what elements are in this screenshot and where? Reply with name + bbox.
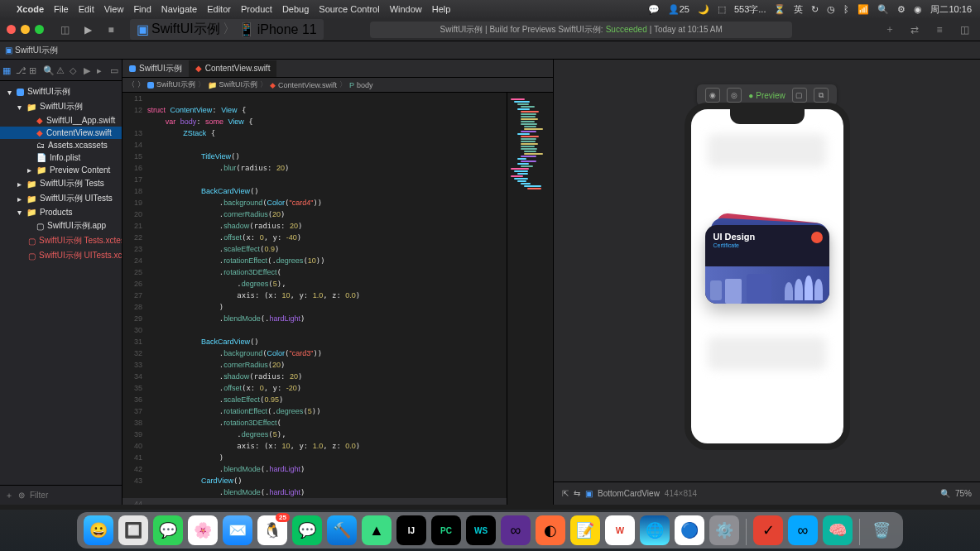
preview-content[interactable]: UI Design Certificate: [691, 109, 843, 443]
trash-icon[interactable]: 🗑️: [867, 515, 896, 545]
source-control-navigator-icon[interactable]: ⎇: [16, 65, 25, 74]
tree-folder-products[interactable]: ▾📁Products: [0, 206, 122, 218]
finder-icon[interactable]: 😀: [84, 515, 113, 545]
nav-forward-icon[interactable]: 〉: [137, 79, 145, 90]
tree-file-app[interactable]: ◆SwiftUI__App.swift: [0, 114, 122, 127]
activity-viewer[interactable]: SwiftUI示例 | Build for Previews SwiftUI示例…: [370, 22, 792, 38]
project-tab[interactable]: SwiftUI示例: [15, 45, 58, 56]
run-button[interactable]: ▶: [79, 22, 97, 37]
menu-debug[interactable]: Debug: [282, 4, 309, 14]
visual-studio-icon[interactable]: ∞: [501, 515, 531, 545]
messages-icon[interactable]: 💬: [153, 515, 183, 545]
notification-badge[interactable]: 👤25: [668, 4, 689, 15]
library-button[interactable]: ＋: [881, 22, 899, 37]
live-preview-button[interactable]: ◉: [705, 88, 720, 103]
xcode-icon[interactable]: 🔨: [327, 515, 357, 545]
wechat-app-icon[interactable]: 💬: [292, 515, 322, 545]
symbol-navigator-icon[interactable]: ⊞: [29, 65, 38, 74]
duplicate-preview-button[interactable]: ⧉: [814, 88, 829, 103]
edge-icon[interactable]: 🌐: [640, 515, 670, 545]
tree-product-tests[interactable]: ▢SwiftUI示例 Tests.xctest: [0, 233, 122, 248]
code-content[interactable]: struct ContentView: View { var body: som…: [147, 93, 507, 505]
selectable-preview-button[interactable]: ◎: [727, 88, 742, 103]
baidu-icon[interactable]: ∞: [788, 515, 818, 545]
sync-icon[interactable]: ↻: [811, 4, 819, 15]
wifi-icon[interactable]: 📶: [858, 4, 869, 15]
minimap[interactable]: [507, 93, 553, 505]
control-center-icon[interactable]: ⚙: [897, 4, 906, 15]
menu-help[interactable]: Help: [432, 4, 451, 14]
tree-folder-tests[interactable]: ▸📁SwiftUI示例 Tests: [0, 176, 122, 191]
screen-mirror-icon[interactable]: ⬚: [718, 4, 726, 15]
report-navigator-icon[interactable]: ▭: [110, 65, 119, 74]
zoom-icon[interactable]: 🔍: [940, 489, 950, 498]
input-method[interactable]: 英: [794, 3, 803, 16]
code-review-button[interactable]: ⇄: [906, 22, 924, 37]
tree-folder-uitests[interactable]: ▸📁SwiftUI示例 UITests: [0, 191, 122, 206]
test-navigator-icon[interactable]: ◇: [70, 65, 79, 74]
network-speed[interactable]: 553字...: [734, 3, 766, 16]
source-editor[interactable]: 11 12 13 14 15 16 17 18 19 20 21 22 23 2…: [122, 93, 553, 505]
stop-button[interactable]: ■: [102, 22, 120, 37]
chrome-icon[interactable]: 🔵: [675, 515, 704, 545]
issue-navigator-icon[interactable]: ⚠: [56, 65, 65, 74]
do-not-disturb-icon[interactable]: 🌙: [698, 4, 709, 15]
project-navigator-icon[interactable]: ▦: [2, 65, 12, 74]
tree-product-uitests[interactable]: ▢SwiftUI示例 UITests.xc...: [0, 248, 122, 263]
android-studio-icon[interactable]: ▲: [362, 515, 392, 545]
menu-navigate[interactable]: Navigate: [161, 4, 197, 14]
bluetooth-icon[interactable]: ᛒ: [843, 4, 849, 14]
tree-file-content[interactable]: ◆ContentView.swift: [0, 127, 122, 139]
qq-icon[interactable]: 🐧25: [257, 515, 287, 545]
mail-icon[interactable]: ✉️: [223, 515, 252, 545]
jump-bar[interactable]: 〈 〉 SwiftUI示例〉 📁SwiftUI示例〉 ◆ContentView.…: [122, 78, 553, 93]
adjust-preview-icon[interactable]: ⇆: [574, 489, 580, 498]
editor-options[interactable]: ≡: [930, 22, 949, 37]
brain-app-icon[interactable]: 🧠: [823, 515, 853, 545]
spotlight-icon[interactable]: 🔍: [877, 4, 889, 15]
breakpoint-navigator-icon[interactable]: ▸: [97, 65, 106, 74]
menu-editor[interactable]: Editor: [207, 4, 231, 14]
close-window[interactable]: [7, 25, 16, 34]
postman-icon[interactable]: ◐: [536, 515, 565, 545]
editor-tab-project[interactable]: SwiftUI示例: [122, 60, 189, 77]
todoist-icon[interactable]: ✓: [753, 515, 783, 545]
nav-back-icon[interactable]: 〈: [127, 79, 135, 90]
tree-folder[interactable]: ▾📁SwiftUI示例: [0, 99, 122, 114]
clock-icon[interactable]: ◷: [827, 4, 835, 15]
settings-icon[interactable]: ⚙️: [709, 515, 739, 545]
menu-product[interactable]: Product: [241, 4, 272, 14]
menu-find[interactable]: Find: [133, 4, 151, 14]
intellij-icon[interactable]: IJ: [396, 515, 426, 545]
fullscreen-window[interactable]: [35, 25, 44, 34]
wps-icon[interactable]: W: [605, 515, 635, 545]
toggle-navigator[interactable]: ◫: [55, 22, 74, 37]
menu-view[interactable]: View: [104, 4, 124, 14]
zoom-level[interactable]: 75%: [955, 489, 972, 498]
wechat-icon[interactable]: 💬: [648, 4, 660, 15]
tree-root[interactable]: ▾SwiftUI示例: [0, 84, 122, 99]
debug-navigator-icon[interactable]: ▶: [84, 65, 93, 74]
clock-date[interactable]: 周二 10:16: [930, 3, 972, 16]
scheme-selector[interactable]: ▣ SwiftUI示例 〉 📱 iPhone 11: [130, 19, 324, 40]
pycharm-icon[interactable]: PC: [431, 515, 461, 545]
hourglass-icon[interactable]: ⏳: [774, 4, 785, 15]
launchpad-icon[interactable]: 🔲: [118, 515, 148, 545]
menu-window[interactable]: Window: [390, 4, 422, 14]
find-navigator-icon[interactable]: 🔍: [43, 65, 52, 74]
photos-icon[interactable]: 🌸: [188, 515, 218, 545]
minimize-window[interactable]: [21, 25, 30, 34]
webstorm-icon[interactable]: WS: [466, 515, 496, 545]
tree-product-app[interactable]: ▢SwiftUI示例.app: [0, 218, 122, 233]
menu-edit[interactable]: Edit: [79, 4, 94, 14]
editor-tab-file[interactable]: ◆ContentView.swift: [189, 60, 277, 77]
menu-file[interactable]: File: [54, 4, 69, 14]
tree-folder-preview[interactable]: ▸📁Preview Content: [0, 164, 122, 176]
siri-icon[interactable]: ◉: [914, 4, 922, 15]
add-file-icon[interactable]: ＋: [5, 490, 13, 501]
device-settings-button[interactable]: ▢: [792, 88, 807, 103]
toggle-inspector[interactable]: ◫: [955, 22, 973, 37]
tree-file-assets[interactable]: 🗂Assets.xcassets: [0, 139, 122, 151]
menu-source-control[interactable]: Source Control: [319, 4, 379, 14]
pin-preview-icon[interactable]: ⇱: [562, 489, 569, 498]
